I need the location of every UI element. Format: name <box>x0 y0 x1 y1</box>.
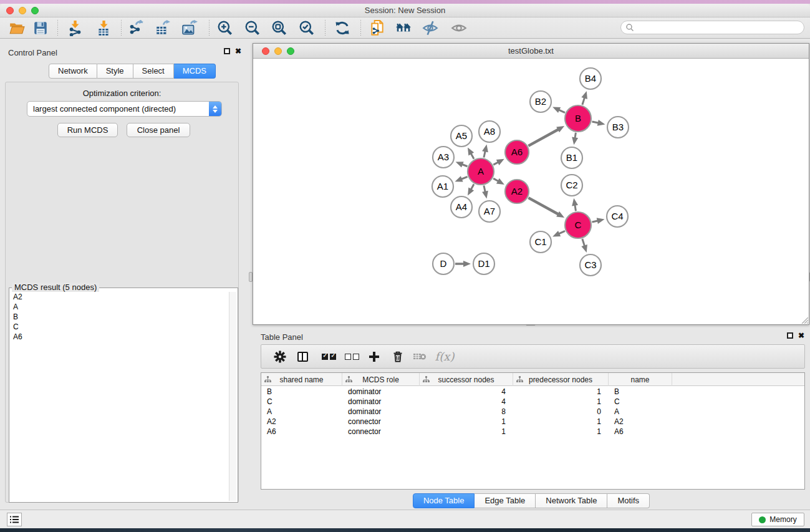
mcds-result-item[interactable]: A6 <box>13 332 229 342</box>
graph-node-A2[interactable]: A2 <box>505 180 529 203</box>
table-panel-close-icon[interactable]: ✖ <box>798 332 804 339</box>
add-column-icon[interactable] <box>364 345 385 368</box>
tab-network[interactable]: Network <box>49 64 97 79</box>
graph-node-B1[interactable]: B1 <box>561 147 582 168</box>
table-cell[interactable]: 1 <box>513 387 609 397</box>
table-cell[interactable]: connector <box>342 427 420 437</box>
export-image-icon[interactable] <box>177 19 202 37</box>
table-cell[interactable]: dominator <box>342 397 420 407</box>
table-cell[interactable]: A2 <box>261 417 342 427</box>
column-header-predecessor-nodes[interactable]: predecessor nodes <box>513 373 609 386</box>
graph-node-B2[interactable]: B2 <box>530 91 551 112</box>
tab-edge-table[interactable]: Edge Table <box>475 493 536 508</box>
table-row[interactable]: A6connector11A6 <box>261 427 804 437</box>
show-graphics-details-icon[interactable] <box>446 19 471 37</box>
table-row[interactable]: Cdominator41C <box>261 397 804 407</box>
search-input[interactable] <box>634 23 804 32</box>
table-cell[interactable]: 4 <box>420 387 513 397</box>
table-cell[interactable]: 1 <box>420 427 513 437</box>
table-cell[interactable]: A <box>261 407 342 417</box>
zoom-in-icon[interactable] <box>213 19 238 37</box>
column-header-shared-name[interactable]: shared name <box>261 373 342 386</box>
open-file-icon[interactable] <box>4 19 29 37</box>
import-table-icon[interactable] <box>91 19 116 37</box>
graph-node-A4[interactable]: A4 <box>451 196 472 218</box>
tab-mcds[interactable]: MCDS <box>174 64 216 79</box>
function-builder-icon[interactable]: f(x) <box>431 345 458 368</box>
houses-icon[interactable] <box>391 19 416 37</box>
table-cell[interactable]: dominator <box>342 407 420 417</box>
graph-node-A[interactable]: A <box>468 158 494 185</box>
table-cell[interactable]: A2 <box>609 417 672 427</box>
graph-node-A5[interactable]: A5 <box>451 125 472 147</box>
criterion-dropdown[interactable]: largest connected component (directed) <box>27 101 222 117</box>
table-settings-gear-icon[interactable] <box>269 345 291 368</box>
zoom-selected-icon[interactable] <box>294 19 319 37</box>
export-table-icon[interactable] <box>150 19 175 37</box>
column-header-name[interactable]: name <box>609 373 672 386</box>
table-cell[interactable]: C <box>609 397 672 407</box>
import-network-icon[interactable] <box>62 19 87 37</box>
mcds-result-item[interactable]: A <box>13 302 229 312</box>
table-cell[interactable]: 0 <box>513 407 609 417</box>
table-cell[interactable]: A6 <box>261 427 342 437</box>
table-cell[interactable]: dominator <box>342 387 420 397</box>
control-panel-float-icon[interactable] <box>224 48 230 54</box>
mcds-result-item[interactable]: B <box>13 312 229 322</box>
new-network-from-selection-icon[interactable] <box>365 19 390 37</box>
graph-node-A8[interactable]: A8 <box>479 121 500 142</box>
graph-node-C3[interactable]: C3 <box>580 254 601 276</box>
column-header-MCDS-role[interactable]: MCDS role <box>342 373 420 386</box>
graph-node-C2[interactable]: C2 <box>561 175 582 196</box>
column-header-successor-nodes[interactable]: successor nodes <box>420 373 513 386</box>
save-session-icon[interactable] <box>28 19 53 37</box>
search-field[interactable] <box>620 21 804 34</box>
refresh-icon[interactable] <box>330 19 355 37</box>
graph-edge-A6-B[interactable] <box>528 128 559 145</box>
table-cell[interactable]: B <box>261 387 342 397</box>
table-cell[interactable]: 1 <box>513 427 609 437</box>
graph-edge-A2-C[interactable] <box>528 198 559 215</box>
run-mcds-button[interactable]: Run MCDS <box>57 123 118 137</box>
table-row[interactable]: Bdominator41B <box>261 387 804 397</box>
table-cell[interactable]: 4 <box>420 397 513 407</box>
table-row[interactable]: A2connector11A2 <box>261 417 804 427</box>
control-panel-close-icon[interactable]: ✖ <box>235 48 241 54</box>
task-history-button[interactable] <box>7 513 22 526</box>
zoom-out-icon[interactable] <box>240 19 265 37</box>
table-row[interactable]: Adominator80A <box>261 407 804 417</box>
window-resize-grip[interactable] <box>799 315 808 324</box>
table-cell[interactable]: connector <box>342 417 420 427</box>
graph-node-B4[interactable]: B4 <box>580 68 601 89</box>
table-cell[interactable]: C <box>261 397 342 407</box>
close-panel-button[interactable]: Close panel <box>127 123 190 137</box>
tab-motifs[interactable]: Motifs <box>607 493 650 508</box>
export-network-icon[interactable] <box>123 19 148 37</box>
table-cell[interactable]: B <box>609 387 672 397</box>
tab-select[interactable]: Select <box>133 64 174 79</box>
tab-style[interactable]: Style <box>97 64 133 79</box>
table-cell[interactable]: 1 <box>513 417 609 427</box>
memory-button[interactable]: Memory <box>751 513 804 526</box>
graph-node-C1[interactable]: C1 <box>530 231 551 253</box>
table-cell[interactable]: 8 <box>420 407 513 417</box>
mcds-list-scrollbar[interactable] <box>229 292 236 501</box>
delete-column-trash-icon[interactable] <box>387 345 408 368</box>
tab-network-table[interactable]: Network Table <box>536 493 607 508</box>
graph-node-A6[interactable]: A6 <box>505 140 529 164</box>
show-columns-icon[interactable] <box>292 345 313 368</box>
table-cell[interactable]: A6 <box>609 427 672 437</box>
graph-node-C[interactable]: C <box>565 212 591 238</box>
network-canvas[interactable]: AA6A2BCA1A3A4A5A7A8B1B2B3B4C1C2C3C4DD1 <box>253 59 809 324</box>
graph-node-D[interactable]: D <box>433 253 454 274</box>
zoom-fit-icon[interactable] <box>267 19 292 37</box>
graph-node-A1[interactable]: A1 <box>432 176 453 197</box>
mcds-result-list[interactable]: A2ABCA6 <box>11 292 229 501</box>
deselect-all-icon[interactable] <box>339 345 364 368</box>
mcds-result-item[interactable]: C <box>13 322 229 332</box>
graph-node-B[interactable]: B <box>565 105 591 132</box>
graph-node-B3[interactable]: B3 <box>607 117 629 138</box>
hide-graphics-details-icon[interactable] <box>418 19 443 37</box>
select-all-icon[interactable] <box>316 345 341 368</box>
graph-node-A3[interactable]: A3 <box>433 147 454 168</box>
